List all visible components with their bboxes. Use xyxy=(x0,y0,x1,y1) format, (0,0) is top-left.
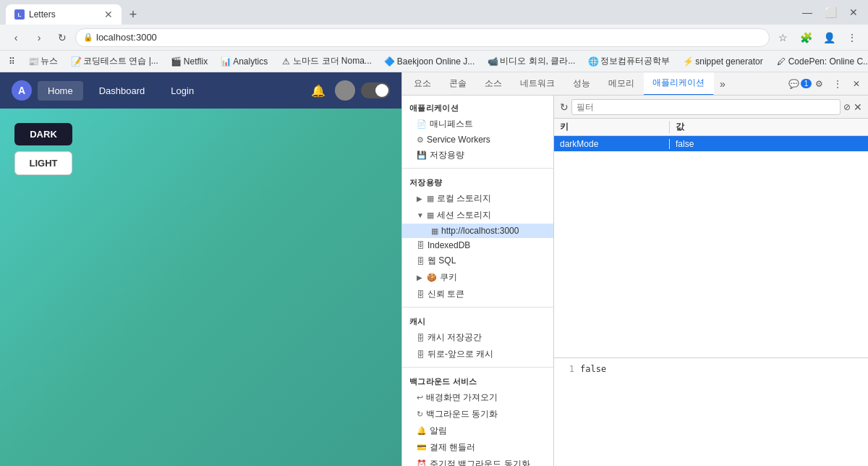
extensions-button[interactable]: 🧩 xyxy=(796,27,816,48)
tree-payment-handler[interactable]: 💳 결제 핸들러 xyxy=(402,439,553,456)
devtools-tabs: 요소 콘솔 소스 네트워크 성능 메모리 애플리케이션 xyxy=(402,72,868,96)
nav-home-button[interactable]: Home xyxy=(38,81,83,101)
forward-button[interactable]: › xyxy=(29,27,49,48)
devtools-settings-button[interactable]: ⚙ xyxy=(810,75,827,93)
kv-row-darkmode[interactable]: darkMode false xyxy=(554,136,868,152)
bookmark-nomad-label: 노마드 코더 Noma... xyxy=(293,55,372,67)
bookmark-netflix[interactable]: 🎬 Netflix xyxy=(169,55,210,68)
bg-sync-icon: ↻ xyxy=(417,410,423,419)
tab-close-button[interactable]: ✕ xyxy=(104,9,113,20)
codepen-icon: 🖊 xyxy=(776,56,786,67)
bookmark-codepen[interactable]: 🖊 CodePen: Online C... xyxy=(773,55,868,68)
expand-local-icon: ▶ xyxy=(417,195,424,203)
tree-storage-quota[interactable]: 💾 저장용량 xyxy=(402,147,553,164)
bookmark-video[interactable]: 📹 비디오 회의, 클라... xyxy=(485,54,578,69)
tree-back-forward-cache[interactable]: 🗄 뒤로-앞으로 캐시 xyxy=(402,346,553,363)
theme-toggle[interactable] xyxy=(361,82,390,98)
bookmark-coding[interactable]: 📝 코딩테스트 연습 |... xyxy=(68,54,161,69)
kv-panel: ↻ ⊘ ✕ 키 값 darkMode false xyxy=(554,96,868,466)
close-browser-button[interactable]: ✕ xyxy=(845,4,862,21)
devtools-body: 애플리케이션 📄 매니페스트 ⚙ Service Workers 💾 저장용량 xyxy=(402,96,868,466)
tree-web-sql[interactable]: 🗄 웹 SQL xyxy=(402,253,553,269)
devtools-kebab-menu[interactable]: ⋮ xyxy=(829,75,846,93)
bookmark-nomad[interactable]: ⚠ 노마드 코더 Noma... xyxy=(278,54,375,69)
bookmark-cs[interactable]: 🌐 정보컴퓨터공학부 xyxy=(585,54,673,69)
maximize-button[interactable]: ⬜ xyxy=(822,4,839,21)
back-button[interactable]: ‹ xyxy=(6,27,26,48)
devtools-console-badge-button[interactable]: 💬 1 xyxy=(791,75,809,93)
tree-local-storage[interactable]: ▶ ▦ 로컬 스토리지 xyxy=(402,190,553,207)
local-storage-icon: ▦ xyxy=(427,194,434,203)
menu-button[interactable]: ⋮ xyxy=(842,27,862,48)
tab-application[interactable]: 애플리케이션 xyxy=(644,72,714,96)
kv-line-content: false xyxy=(580,364,606,374)
nav-dashboard-button[interactable]: Dashboard xyxy=(89,81,156,101)
cs-icon: 🌐 xyxy=(588,56,598,67)
bookmarks-bar: ⠿ 📰 뉴스 📝 코딩테스트 연습 |... 🎬 Netflix 📊 Analy… xyxy=(0,51,868,72)
minimize-button[interactable]: — xyxy=(799,4,816,21)
bookmark-news[interactable]: 📰 뉴스 xyxy=(25,54,61,69)
tree-bg-fetch[interactable]: ↩ 배경화면 가져오기 xyxy=(402,389,553,406)
tab-network[interactable]: 네트워크 xyxy=(511,72,564,96)
kv-refresh-button[interactable]: ↻ xyxy=(560,101,569,113)
bookmark-apps[interactable]: ⠿ xyxy=(6,55,18,68)
tree-periodic-sync[interactable]: ⏰ 주기적 백그라운드 동기화 xyxy=(402,456,553,466)
tree-indexeddb[interactable]: 🗄 IndexedDB xyxy=(402,238,553,253)
kv-clear-button[interactable]: ✕ xyxy=(854,101,862,113)
bookmark-coding-label: 코딩테스트 연습 |... xyxy=(83,55,158,67)
browser-tab[interactable]: L Letters ✕ xyxy=(6,4,122,25)
tree-notifications[interactable]: 🔔 알림 xyxy=(402,423,553,439)
tab-sources[interactable]: 소스 xyxy=(476,72,511,96)
bookmark-snippet-label: snippet generator xyxy=(695,56,762,67)
dark-mode-button[interactable]: DARK xyxy=(14,123,72,145)
bookmark-snippet[interactable]: ⚡ snippet generator xyxy=(680,55,765,68)
address-lock-icon: 🔒 xyxy=(83,33,93,42)
tab-favicon: L xyxy=(14,9,25,20)
tree-localhost-3000[interactable]: ▦ http://localhost:3000 xyxy=(402,224,553,238)
new-tab-button[interactable]: + xyxy=(123,4,143,25)
devtools-tabs-more[interactable]: » xyxy=(714,78,731,90)
tab-elements[interactable]: 요소 xyxy=(405,72,441,96)
tree-cookies[interactable]: ▶ 🍪 쿠키 xyxy=(402,269,553,286)
coding-icon: 📝 xyxy=(71,56,81,67)
tree-session-storage[interactable]: ▼ ▦ 세션 스토리지 xyxy=(402,207,553,224)
cookies-icon: 🍪 xyxy=(427,273,437,282)
cache-storage-icon: 🗄 xyxy=(417,334,425,342)
bookmark-star-button[interactable]: ☆ xyxy=(773,27,793,48)
tree-trust-tokens[interactable]: 🗄 신뢰 토큰 xyxy=(402,286,553,302)
tab-strip: L Letters ✕ + xyxy=(6,0,790,25)
bf-cache-icon: 🗄 xyxy=(417,350,425,359)
periodic-sync-icon: ⏰ xyxy=(417,459,427,466)
tree-bg-sync[interactable]: ↻ 백그라운드 동기화 xyxy=(402,406,553,423)
user-avatar[interactable] xyxy=(335,80,355,101)
bookmark-codepen-label: CodePen: Online C... xyxy=(788,56,868,67)
bookmark-netflix-label: Netflix xyxy=(184,56,208,67)
manifest-icon: 📄 xyxy=(417,119,427,129)
notification-bell-icon[interactable]: 🔔 xyxy=(307,80,329,101)
bookmark-news-label: 뉴스 xyxy=(41,55,58,67)
tree-cache-storage[interactable]: 🗄 캐시 저장공간 xyxy=(402,329,553,346)
analytics-icon: 📊 xyxy=(221,56,231,67)
tree-manifest[interactable]: 📄 매니페스트 xyxy=(402,116,553,132)
nav-login-button[interactable]: Login xyxy=(161,81,204,101)
kv-preview-line-1: 1 false xyxy=(560,364,606,374)
profile-button[interactable]: 👤 xyxy=(819,27,839,48)
section-application-header: 애플리케이션 xyxy=(402,98,553,116)
devtools-close-button[interactable]: ✕ xyxy=(848,75,865,93)
video-icon: 📹 xyxy=(488,56,498,67)
tab-console[interactable]: 콘솔 xyxy=(441,72,476,96)
kv-filter-funnel-icon[interactable]: ⊘ xyxy=(843,102,851,112)
light-mode-button[interactable]: LIGHT xyxy=(14,151,72,175)
kv-filter-input[interactable] xyxy=(571,99,841,115)
reload-button[interactable]: ↻ xyxy=(52,27,72,48)
app-logo: A xyxy=(12,80,32,101)
kv-val-darkmode: false xyxy=(670,139,868,149)
bookmark-baekjoon[interactable]: 🔷 Baekjoon Online J... xyxy=(382,55,477,68)
toggle-knob xyxy=(375,84,388,97)
tree-service-workers[interactable]: ⚙ Service Workers xyxy=(402,132,553,147)
title-bar-right: — ⬜ ✕ xyxy=(799,4,862,21)
tab-memory[interactable]: 메모리 xyxy=(600,72,644,96)
tab-performance[interactable]: 성능 xyxy=(564,72,600,96)
bookmark-analytics[interactable]: 📊 Analytics xyxy=(218,55,271,68)
address-bar[interactable]: 🔒 localhost:3000 xyxy=(75,28,770,47)
